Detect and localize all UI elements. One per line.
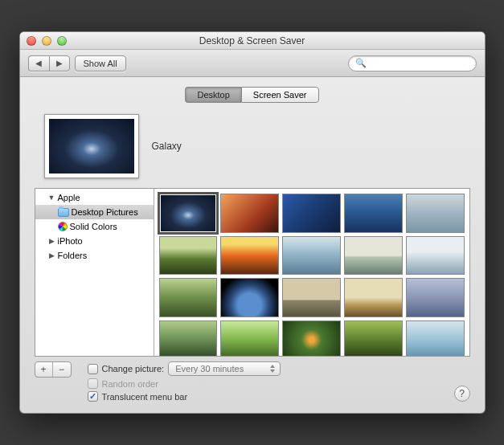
wallpaper-thumb[interactable] <box>220 278 279 317</box>
titlebar[interactable]: Desktop & Screen Saver <box>20 32 485 50</box>
color-wheel-icon <box>58 222 68 231</box>
sidebar-item-folders[interactable]: ▶ Folders <box>35 248 154 263</box>
random-order-row: Random order <box>88 378 281 389</box>
wallpaper-thumb[interactable] <box>344 194 403 233</box>
preview-image <box>49 119 134 174</box>
wallpaper-thumb[interactable] <box>282 278 341 317</box>
remove-button[interactable]: − <box>53 362 71 377</box>
translucent-label: Translucent menu bar <box>102 392 188 402</box>
preview-frame <box>44 114 139 178</box>
sidebar-item-label: Solid Colors <box>70 222 117 231</box>
tab-desktop[interactable]: Desktop <box>185 87 240 103</box>
wallpaper-thumb[interactable] <box>220 194 279 233</box>
toolbar: ◀ ▶ Show All 🔍 <box>20 50 485 77</box>
help-button[interactable]: ? <box>454 386 470 402</box>
window-title: Desktop & Screen Saver <box>20 35 485 47</box>
wallpaper-name: Galaxy <box>152 141 182 152</box>
wallpaper-thumb[interactable] <box>406 278 465 317</box>
sidebar-item-apple[interactable]: ▼ Apple <box>35 190 154 205</box>
back-button[interactable]: ◀ <box>28 55 49 71</box>
random-order-label: Random order <box>102 379 158 389</box>
prefs-window: Desktop & Screen Saver ◀ ▶ Show All 🔍 De… <box>19 31 486 414</box>
wallpaper-thumb[interactable] <box>344 278 403 317</box>
thumbnail-grid[interactable] <box>154 189 469 356</box>
wallpaper-thumb[interactable] <box>282 194 341 233</box>
wallpaper-thumb[interactable] <box>159 278 218 317</box>
chevron-right-icon[interactable]: ▶ <box>48 251 55 259</box>
sidebar-item-iphoto[interactable]: ▶ iPhoto <box>35 234 154 248</box>
sidebar-item-solid-colors[interactable]: Solid Colors <box>35 219 154 234</box>
add-button[interactable]: + <box>35 362 53 377</box>
bottom-bar: + − Change picture: Every 30 minutes Ran… <box>35 361 470 402</box>
source-list[interactable]: ▼ Apple Desktop Pictures Solid Colors ▶ … <box>35 189 154 356</box>
wallpaper-thumb[interactable] <box>406 194 465 233</box>
sidebar-item-label: Folders <box>58 251 88 260</box>
nav-group: ◀ ▶ <box>28 55 70 71</box>
show-all-button[interactable]: Show All <box>75 55 126 71</box>
wallpaper-thumb[interactable] <box>159 320 218 356</box>
sidebar-item-label: Desktop Pictures <box>72 207 138 217</box>
change-picture-checkbox[interactable] <box>88 364 98 374</box>
sidebar-item-label: iPhoto <box>58 236 83 246</box>
tab-screensaver[interactable]: Screen Saver <box>241 87 319 103</box>
chevron-right-icon[interactable]: ▶ <box>48 237 55 245</box>
random-order-checkbox <box>88 378 98 389</box>
sidebar-item-label: Apple <box>58 193 80 202</box>
translucent-row: Translucent menu bar <box>88 391 281 402</box>
content: Desktop Screen Saver Galaxy ▼ Apple Desk… <box>20 77 485 413</box>
search-input[interactable] <box>370 59 469 68</box>
wallpaper-thumb[interactable] <box>344 320 403 356</box>
wallpaper-thumb[interactable] <box>159 236 218 276</box>
preview-row: Galaxy <box>35 111 470 188</box>
sidebar-item-desktop-pictures[interactable]: Desktop Pictures <box>35 205 154 219</box>
search-icon: 🔍 <box>355 58 367 68</box>
forward-button[interactable]: ▶ <box>49 55 70 71</box>
wallpaper-thumb[interactable] <box>220 320 279 356</box>
wallpaper-thumb[interactable] <box>406 320 465 356</box>
chevron-down-icon[interactable]: ▼ <box>48 194 55 202</box>
change-picture-row: Change picture: Every 30 minutes <box>88 361 281 376</box>
wallpaper-thumb[interactable] <box>406 236 465 276</box>
interval-popup[interactable]: Every 30 minutes <box>168 361 281 376</box>
translucent-checkbox[interactable] <box>88 391 98 402</box>
add-remove-group: + − <box>35 361 72 378</box>
split-view: ▼ Apple Desktop Pictures Solid Colors ▶ … <box>35 188 470 357</box>
wallpaper-thumb[interactable] <box>282 236 341 276</box>
wallpaper-thumb[interactable] <box>220 236 279 276</box>
folder-icon <box>58 208 69 217</box>
options: Change picture: Every 30 minutes Random … <box>88 361 281 402</box>
wallpaper-thumb[interactable] <box>344 236 403 276</box>
search-field[interactable]: 🔍 <box>348 55 477 71</box>
tabs: Desktop Screen Saver <box>35 87 470 103</box>
wallpaper-thumb[interactable] <box>282 320 341 356</box>
wallpaper-thumb[interactable] <box>159 194 218 233</box>
change-picture-label: Change picture: <box>102 364 165 374</box>
